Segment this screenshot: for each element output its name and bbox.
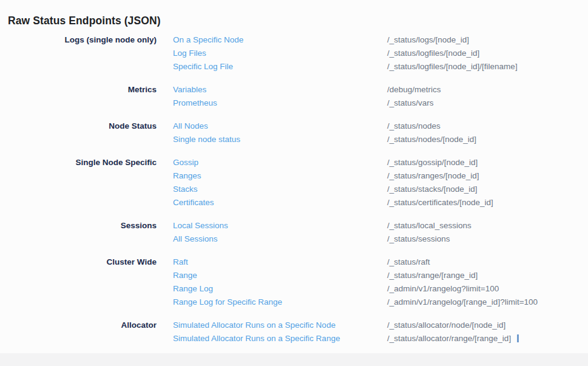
endpoint-path: /debug/metrics: [387, 83, 588, 97]
endpoint-path: /_admin/v1/rangelog/[range_id]?limit=100: [387, 296, 588, 309]
endpoint-link[interactable]: Range Log for Specific Range: [173, 296, 282, 309]
endpoint-link[interactable]: Stacks: [173, 183, 198, 196]
endpoint-group-cluster-wide: Cluster Wide Raft Range Range Log Range …: [0, 256, 588, 309]
endpoint-path: /_status/allocator/node/[node_id]: [387, 319, 588, 332]
links-column: Local Sessions All Sessions: [157, 219, 387, 246]
endpoint-path: /_status/nodes: [387, 120, 588, 133]
category-label: Metrics: [0, 83, 157, 110]
endpoint-group-node-status: Node Status All Nodes Single node status…: [0, 120, 588, 146]
endpoint-link[interactable]: Simulated Allocator Runs on a Specific N…: [173, 319, 336, 332]
category-label: Logs (single node only): [0, 33, 157, 73]
page-title: Raw Status Endpoints (JSON): [8, 15, 161, 27]
endpoint-path: /_status/raft: [387, 256, 588, 269]
endpoint-link[interactable]: Specific Log File: [173, 60, 233, 73]
endpoint-path: /_admin/v1/rangelog?limit=100: [387, 282, 588, 296]
endpoint-path: /_status/stacks/[node_id]: [387, 183, 588, 196]
endpoint-link[interactable]: Variables: [173, 83, 206, 97]
endpoint-group-sessions: Sessions Local Sessions All Sessions /_s…: [0, 219, 588, 246]
endpoint-path: /_status/ranges/[node_id]: [387, 169, 588, 183]
endpoint-link[interactable]: Ranges: [173, 169, 201, 183]
paths-column: /_status/local_sessions /_status/session…: [387, 219, 588, 246]
endpoint-path: /_status/logs/[node_id]: [387, 33, 588, 47]
paths-column: /_status/logs/[node_id] /_status/logfile…: [387, 33, 588, 73]
category-label: Node Status: [0, 120, 157, 146]
endpoint-link[interactable]: Single node status: [173, 133, 240, 146]
footer-bar: [0, 353, 588, 366]
endpoint-link[interactable]: Local Sessions: [173, 219, 228, 232]
endpoint-link[interactable]: Certificates: [173, 196, 214, 209]
paths-column: /_status/raft /_status/range/[range_id] …: [387, 256, 588, 309]
endpoint-table: Logs (single node only) On a Specific No…: [0, 33, 588, 355]
paths-column: /_status/gossip/[node_id] /_status/range…: [387, 156, 588, 209]
category-label: Sessions: [0, 219, 157, 246]
links-column: Gossip Ranges Stacks Certificates: [157, 156, 387, 209]
endpoint-link[interactable]: Log Files: [173, 47, 206, 60]
endpoint-path: /_status/nodes/[node_id]: [387, 133, 588, 146]
endpoint-path: /_status/gossip/[node_id]: [387, 156, 588, 169]
links-column: Variables Prometheus: [157, 83, 387, 110]
links-column: On a Specific Node Log Files Specific Lo…: [157, 33, 387, 73]
links-column: All Nodes Single node status: [157, 120, 387, 146]
links-column: Raft Range Range Log Range Log for Speci…: [157, 256, 387, 309]
category-label: Cluster Wide: [0, 256, 157, 309]
endpoint-path: /_status/logfiles/[node_id]/[filename]: [387, 60, 588, 73]
paths-column: /_status/nodes /_status/nodes/[node_id]: [387, 120, 588, 146]
endpoint-link[interactable]: Simulated Allocator Runs on a Specific R…: [173, 332, 340, 345]
endpoint-path: /_status/logfiles/[node_id]: [387, 47, 588, 60]
endpoint-link[interactable]: Raft: [173, 256, 188, 269]
endpoint-link[interactable]: All Nodes: [173, 120, 208, 133]
endpoint-group-metrics: Metrics Variables Prometheus /debug/metr…: [0, 83, 588, 110]
text-caret: [517, 334, 519, 342]
endpoint-group-allocator: Allocator Simulated Allocator Runs on a …: [0, 319, 588, 345]
links-column: Simulated Allocator Runs on a Specific N…: [157, 319, 387, 345]
endpoint-path: /_status/range/[range_id]: [387, 269, 588, 282]
endpoint-link[interactable]: Gossip: [173, 156, 198, 169]
endpoint-link[interactable]: Prometheus: [173, 97, 217, 110]
endpoint-link[interactable]: Range Log: [173, 282, 213, 296]
endpoint-group-logs: Logs (single node only) On a Specific No…: [0, 33, 588, 73]
endpoint-link[interactable]: All Sessions: [173, 232, 218, 246]
paths-column: /_status/allocator/node/[node_id] /_stat…: [387, 319, 588, 345]
endpoint-group-single-node: Single Node Specific Gossip Ranges Stack…: [0, 156, 588, 209]
endpoint-path: /_status/sessions: [387, 232, 588, 246]
paths-column: /debug/metrics /_status/vars: [387, 83, 588, 110]
endpoint-link[interactable]: On a Specific Node: [173, 33, 243, 47]
category-label: Allocator: [0, 319, 157, 345]
endpoint-path: /_status/certificates/[node_id]: [387, 196, 588, 209]
endpoint-link[interactable]: Range: [173, 269, 197, 282]
category-label: Single Node Specific: [0, 156, 157, 209]
endpoint-path: /_status/vars: [387, 97, 588, 110]
endpoint-path: /_status/allocator/range/[range_id]: [387, 332, 588, 345]
endpoint-path: /_status/local_sessions: [387, 219, 588, 232]
